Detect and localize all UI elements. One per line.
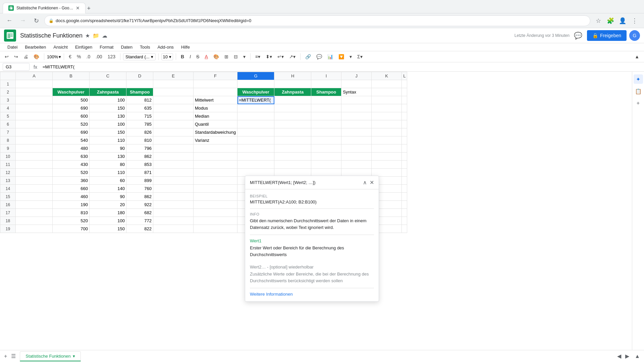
cloud-icon[interactable]: ☁ [102, 33, 107, 39]
cell-l11[interactable] [402, 161, 407, 169]
cell-e11[interactable] [153, 161, 194, 169]
cell-c5[interactable]: 130 [90, 112, 126, 120]
cell-f9[interactable] [194, 144, 237, 153]
autocomplete-more-info-link[interactable]: Weitere Informationen [250, 292, 293, 297]
cell-d18[interactable]: 772 [126, 217, 153, 225]
cell-l4[interactable] [402, 104, 407, 112]
cell-c14[interactable]: 140 [90, 185, 126, 193]
cell-f10[interactable] [194, 153, 237, 161]
cell-c1[interactable] [90, 80, 126, 88]
cell-i3[interactable] [311, 96, 341, 104]
cell-i11[interactable] [311, 161, 341, 169]
cell-a12[interactable] [16, 169, 53, 177]
cell-e12[interactable] [153, 169, 194, 177]
cell-c13[interactable]: 60 [90, 177, 126, 185]
row-num-4[interactable]: 4 [0, 104, 16, 112]
row-num-5[interactable]: 5 [0, 112, 16, 120]
menu-ansicht[interactable]: Ansicht [50, 43, 71, 51]
cell-a17[interactable] [16, 209, 53, 217]
cell-b5[interactable]: 600 [53, 112, 90, 120]
cell-g1[interactable] [237, 80, 274, 88]
cell-g6[interactable] [237, 120, 274, 128]
menu-einfuegen[interactable]: Einfügen [72, 43, 96, 51]
col-header-i[interactable]: I [311, 72, 341, 80]
row-num-1[interactable]: 1 [0, 80, 16, 88]
row-num-14[interactable]: 14 [0, 185, 16, 193]
row-num-11[interactable]: 11 [0, 161, 16, 169]
cell-e10[interactable] [153, 153, 194, 161]
cell-d13[interactable]: 899 [126, 177, 153, 185]
print-button[interactable]: 🖨 [21, 53, 30, 61]
fill-color-button[interactable]: 🎨 [211, 53, 221, 61]
cell-l6[interactable] [402, 120, 407, 128]
cell-d9[interactable]: 796 [126, 144, 153, 153]
user-avatar[interactable]: G [629, 30, 640, 41]
cell-k1[interactable] [372, 80, 402, 88]
row-num-13[interactable]: 13 [0, 177, 16, 185]
cell-g3-active[interactable]: =MITTELWERT( [237, 96, 274, 104]
cell-g10[interactable] [237, 153, 274, 161]
cell-c9[interactable]: 90 [90, 144, 126, 153]
cell-j9[interactable] [341, 144, 372, 153]
active-tab[interactable]: Statistische Funktionen - Goo… ✕ [3, 3, 86, 13]
col-header-d[interactable]: D [126, 72, 153, 80]
cell-f7-std[interactable]: Standardabweichung [194, 128, 237, 136]
cell-e2[interactable] [153, 88, 194, 96]
align-button[interactable]: ≡▾ [253, 53, 262, 61]
cell-l7[interactable] [402, 128, 407, 136]
function-button[interactable]: Σ▾ [355, 53, 365, 61]
cell-h1[interactable] [274, 80, 311, 88]
cell-f16[interactable] [194, 201, 237, 209]
cell-d2-header[interactable]: Shampoo [126, 88, 153, 96]
cell-f1[interactable] [194, 80, 237, 88]
cell-j7[interactable] [341, 128, 372, 136]
cell-g4[interactable] [237, 104, 274, 112]
cell-a4[interactable] [16, 104, 53, 112]
cell-a9[interactable] [16, 144, 53, 153]
cell-h7[interactable] [274, 128, 311, 136]
col-header-j[interactable]: J [341, 72, 372, 80]
cell-h9[interactable] [274, 144, 311, 153]
filter-arrow[interactable]: ▾ [347, 53, 354, 61]
cell-i1[interactable] [311, 80, 341, 88]
cell-k7[interactable] [372, 128, 402, 136]
add-sheet-button[interactable]: + [3, 352, 8, 361]
cell-c10[interactable]: 130 [90, 153, 126, 161]
cell-b1[interactable] [53, 80, 90, 88]
cell-d17[interactable]: 682 [126, 209, 153, 217]
menu-datei[interactable]: Datei [4, 43, 21, 51]
col-header-k[interactable]: K [372, 72, 402, 80]
cell-c4[interactable]: 150 [90, 104, 126, 112]
cell-k3[interactable] [372, 96, 402, 104]
back-button[interactable]: ← [4, 15, 15, 26]
cell-e9[interactable] [153, 144, 194, 153]
cell-b8[interactable]: 540 [53, 136, 90, 144]
decimal-increase-btn[interactable]: .00 [94, 53, 104, 61]
cell-b12[interactable]: 520 [53, 169, 90, 177]
comment-button[interactable]: 💬 [314, 53, 324, 61]
zoom-control[interactable]: 100% ▾ [47, 54, 61, 59]
cell-a1[interactable] [16, 80, 53, 88]
cell-f13[interactable] [194, 177, 237, 185]
cell-l8[interactable] [402, 136, 407, 144]
folder-icon[interactable]: 📁 [93, 33, 99, 39]
percent-btn[interactable]: % [75, 53, 83, 61]
comments-button[interactable]: 💬 [572, 29, 584, 42]
cell-a16[interactable] [16, 201, 53, 209]
cell-a6[interactable] [16, 120, 53, 128]
cell-h12[interactable] [274, 169, 311, 177]
reload-button[interactable]: ↻ [31, 15, 42, 26]
row-num-18[interactable]: 18 [0, 217, 16, 225]
cell-b7[interactable]: 690 [53, 128, 90, 136]
cell-c7[interactable]: 150 [90, 128, 126, 136]
menu-addons[interactable]: Add-ons [154, 43, 177, 51]
decimal-decrease-btn[interactable]: .0 [85, 53, 93, 61]
menu-hilfe[interactable]: Hilfe [178, 43, 193, 51]
menu-daten[interactable]: Daten [117, 43, 136, 51]
font-size-selector[interactable]: 10 ▾ [161, 53, 173, 60]
cell-e18[interactable] [153, 217, 194, 225]
sidebar-explore-btn[interactable]: ✦ [634, 74, 643, 84]
cell-e7[interactable] [153, 128, 194, 136]
cell-e6[interactable] [153, 120, 194, 128]
cell-b10[interactable]: 630 [53, 153, 90, 161]
